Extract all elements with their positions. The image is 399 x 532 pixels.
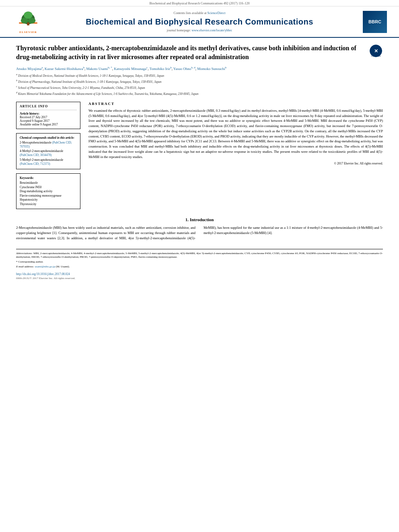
affil-c: c School of Pharmaceutical Sciences, Toh… [16,85,365,90]
abstract-header: Abstract [88,102,383,106]
bottom-rights: 0006-291X/© 2017 Elsevier Inc. All right… [16,277,383,280]
article-title-text: Thyrotoxic rubber antioxidants, 2-mercap… [16,44,365,97]
compound-1: 2-Mercaptobenzimidazole (PubChem CID; 70… [20,141,77,149]
history-label: Article history: [20,112,77,115]
footnote-area: Abbreviations: MBI, 2-mercaptobenzimidaz… [16,249,383,269]
introduction-text: 2-Mercaptobenzimidazole (MBI) has been w… [16,225,383,240]
elsevier-label: ELSEVIER [19,31,37,34]
corresponding-footnote: * Corresponding author. [16,260,383,264]
svg-point-5 [24,12,33,19]
page-wrapper: Biochemical and Biophysical Research Com… [0,0,399,532]
author-irie: Tomohiko Irie [150,67,171,71]
received-date: Received 27 July 2017 [20,115,77,119]
bottom-bar: http://dx.doi.org/10.1016/j.bbrc.2017.08… [16,272,383,276]
article-title: Thyrotoxic rubber antioxidants, 2-mercap… [16,44,365,62]
main-content: Thyrotoxic rubber antioxidants, 2-mercap… [0,38,399,286]
keyword-4: Flavin-containing monooxygenase [20,194,77,198]
article-info-title: Article info [20,105,77,108]
bbrc-logo: BBRC [363,11,387,33]
journal-header-right: BBRC [355,11,387,33]
author-sunouchi: Momoko Sunouchi [197,67,225,71]
introduction-section: 1. Introduction 2-Mercaptobenzimidazole … [16,217,383,240]
svg-rect-4 [27,23,29,25]
journal-homepage-line: journal homepage: www.elsevier.com/locat… [44,29,355,32]
journal-title: Biochemical and Biophysical Research Com… [44,17,355,27]
keyword-3: Drug-metabolizing activity [20,189,77,194]
author-mitsunaga: Katsuyoshi Mitsunaga [114,67,146,71]
two-column-layout: Article info Article history: Received 2… [16,102,383,210]
article-title-section: Thyrotoxic rubber antioxidants, 2-mercap… [16,44,383,97]
journal-header-center: Contents lists available at ScienceDirec… [44,11,355,32]
intro-paragraph-1: 2-Mercaptobenzimidazole (MBI) has been w… [16,225,383,240]
accepted-date: Accepted 9 August 2017 [20,119,77,123]
journal-header-left: ELSEVIER [12,10,44,34]
available-date: Available online 9 August 2017 [20,123,77,126]
elsevier-tree-icon [16,10,40,30]
elsevier-logo: ELSEVIER [12,10,44,34]
compounds-box: Chemical compounds studied in this artic… [16,133,80,170]
compound-3-link[interactable]: (PubChem CID; 712373) [20,162,50,166]
article-info-box: Article info Article history: Received 2… [16,102,80,129]
compound-3: 5-Methyl-2-mercaptobenzimidazole (PubChe… [20,158,77,166]
svg-text:CrossMark: CrossMark [371,55,381,57]
compound-2-link[interactable]: (PubChem CID; 3034478) [20,153,52,157]
science-direct-line: Contents lists available at ScienceDirec… [44,11,355,15]
crossmark-icon: ✕ CrossMark [369,44,383,58]
email-footnote: E-mail address: usami@nihs.go.jp (M. Usa… [16,265,383,269]
introduction-title: 1. Introduction [16,217,383,222]
journal-homepage-link[interactable]: www.elsevier.com/locate/ybbrc [191,29,232,32]
abbreviations-footnote: Abbreviations: MBI, 2-mercaptobenzimidaz… [16,252,383,260]
crossmark-badge: ✕ CrossMark [365,44,383,97]
journal-citation-bar: Biochemical and Biophysical Research Com… [0,0,399,6]
author-miyajima: Atsuko Miyajima [16,67,41,71]
author-ohno: Yasuo Ohno [173,67,191,71]
affil-b: b Division of Pharmacology, National Ins… [16,79,365,84]
keywords-box: Keywords: Benzimidazole Cytochrome P450 … [16,173,80,209]
affil-a: a Division of Medical Devices, National … [16,73,365,78]
authors-line: Atsuko Miyajimaa, Kazue Sakemi-Hoshikawa… [16,66,365,71]
science-direct-link[interactable]: ScienceDirect [208,11,226,15]
affiliations: a Division of Medical Devices, National … [16,73,365,96]
abstract-section: Abstract We examined the effects of thyr… [88,102,383,166]
col-right: Abstract We examined the effects of thyr… [88,102,383,210]
compounds-label: Chemical compounds studied in this artic… [20,136,77,140]
journal-header: ELSEVIER Contents lists available at Sci… [0,6,399,38]
journal-citation-text: Biochemical and Biophysical Research Com… [149,2,249,5]
col-left: Article info Article history: Received 2… [16,102,80,210]
abstract-text: We examined the effects of thyrotoxic ru… [88,108,383,160]
divider-thin-1 [20,110,77,110]
keyword-1: Benzimidazole [20,181,77,185]
svg-text:✕: ✕ [374,48,378,54]
keyword-5: Hepatotoxicity [20,198,77,202]
author-sakemi: Kazue Sakemi-Hoshikawa [45,67,83,71]
copyright-line: © 2017 Elsevier Inc. All rights reserved… [88,162,383,165]
keyword-2: Cytochrome P450 [20,185,77,190]
doi-link[interactable]: http://dx.doi.org/10.1016/j.bbrc.2017.08… [16,272,70,276]
affil-d: d Kitaro Memorial Yokohama Foundation fo… [16,91,365,96]
email-link[interactable]: usami@nihs.go.jp [35,265,55,268]
author-usami: Makoto Usami [86,67,108,71]
keywords-label: Keywords: [20,176,77,180]
keyword-6: Thyrotoxicity [20,202,77,207]
compound-2: 4-Methyl-2-mercaptobenzimidazole (PubChe… [20,149,77,157]
abstract-paragraph: We examined the effects of thyrotoxic ru… [88,108,383,160]
